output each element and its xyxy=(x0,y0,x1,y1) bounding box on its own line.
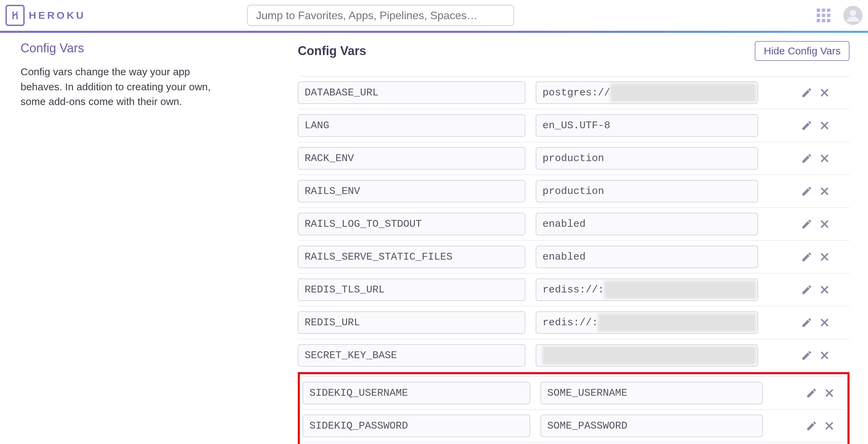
pencil-icon xyxy=(806,387,817,399)
pencil-icon xyxy=(801,350,813,361)
close-icon xyxy=(819,350,830,361)
config-var-key-input[interactable] xyxy=(303,382,530,404)
edit-config-var-button[interactable] xyxy=(804,386,819,401)
global-search-input[interactable] xyxy=(247,5,514,26)
close-icon xyxy=(819,185,830,197)
config-var-key-input[interactable] xyxy=(298,180,525,203)
pencil-icon xyxy=(801,251,813,263)
delete-config-var-button[interactable] xyxy=(822,418,837,433)
pencil-icon xyxy=(801,185,813,197)
config-var-value-input[interactable] xyxy=(536,180,758,203)
pencil-icon xyxy=(801,120,813,131)
config-var-value-input[interactable] xyxy=(536,246,758,268)
close-icon xyxy=(824,420,835,432)
config-var-key-input[interactable] xyxy=(298,311,525,334)
config-var-value-input[interactable] xyxy=(536,147,758,170)
close-icon xyxy=(824,387,835,399)
heroku-logo-icon xyxy=(5,5,25,26)
config-var-value-input[interactable] xyxy=(536,311,758,334)
pencil-icon xyxy=(801,317,813,328)
close-icon xyxy=(819,87,830,99)
config-vars-panel: Config Vars Hide Config Vars xyxy=(298,41,868,444)
pencil-icon xyxy=(806,420,817,432)
close-icon xyxy=(819,120,830,131)
brand-name: HEROKU xyxy=(29,10,86,21)
config-vars-sidebar: Config Vars Config vars change the way y… xyxy=(0,41,298,444)
config-var-value-input[interactable] xyxy=(536,344,758,367)
edit-config-var-button[interactable] xyxy=(799,217,814,232)
edit-config-var-button[interactable] xyxy=(799,348,814,363)
config-var-key-input[interactable] xyxy=(298,114,525,137)
app-switcher-icon[interactable] xyxy=(817,9,830,22)
config-var-row xyxy=(298,175,850,208)
pencil-icon xyxy=(801,284,813,296)
sidebar-description: Config vars change the way your app beha… xyxy=(21,64,212,109)
config-var-key-input[interactable] xyxy=(298,81,525,104)
user-avatar[interactable] xyxy=(843,6,863,25)
config-var-value-input[interactable] xyxy=(540,415,763,437)
config-vars-list xyxy=(298,76,850,444)
config-var-row xyxy=(298,208,850,241)
config-var-row xyxy=(303,410,845,443)
delete-config-var-button[interactable] xyxy=(817,151,832,166)
delete-config-var-button[interactable] xyxy=(817,249,832,264)
delete-config-var-button[interactable] xyxy=(817,85,832,100)
close-icon xyxy=(819,251,830,263)
delete-config-var-button[interactable] xyxy=(817,184,832,199)
app-header: HEROKU xyxy=(0,0,868,33)
config-var-value-input[interactable] xyxy=(536,213,758,235)
config-var-row xyxy=(298,109,850,142)
close-icon xyxy=(819,218,830,230)
config-var-value-input[interactable] xyxy=(536,278,758,301)
svg-point-0 xyxy=(850,10,856,16)
close-icon xyxy=(819,317,830,328)
delete-config-var-button[interactable] xyxy=(817,282,832,297)
brand[interactable]: HEROKU xyxy=(5,5,86,26)
edit-config-var-button[interactable] xyxy=(799,282,814,297)
delete-config-var-button[interactable] xyxy=(817,118,832,133)
edit-config-var-button[interactable] xyxy=(799,315,814,330)
config-var-row xyxy=(303,376,845,410)
edit-config-var-button[interactable] xyxy=(799,184,814,199)
config-var-key-input[interactable] xyxy=(303,415,530,437)
delete-config-var-button[interactable] xyxy=(822,386,837,401)
close-icon xyxy=(819,153,830,164)
delete-config-var-button[interactable] xyxy=(817,348,832,363)
delete-config-var-button[interactable] xyxy=(817,315,832,330)
hide-config-vars-button[interactable]: Hide Config Vars xyxy=(755,41,850,61)
edit-config-var-button[interactable] xyxy=(804,418,819,433)
config-var-value-input[interactable] xyxy=(536,114,758,137)
config-var-key-input[interactable] xyxy=(298,344,525,367)
config-var-key-input[interactable] xyxy=(298,213,525,235)
config-var-row xyxy=(298,76,850,109)
config-var-row xyxy=(298,274,850,306)
highlighted-config-vars xyxy=(298,372,850,444)
sidebar-title: Config Vars xyxy=(21,41,267,55)
config-var-row xyxy=(298,339,850,372)
config-var-key-input[interactable] xyxy=(298,246,525,268)
edit-config-var-button[interactable] xyxy=(799,249,814,264)
config-var-row xyxy=(298,306,850,339)
delete-config-var-button[interactable] xyxy=(817,217,832,232)
config-var-value-input[interactable] xyxy=(536,81,758,104)
edit-config-var-button[interactable] xyxy=(799,118,814,133)
config-var-row xyxy=(298,241,850,274)
config-var-value-input[interactable] xyxy=(540,382,763,404)
pencil-icon xyxy=(801,153,813,164)
config-var-row xyxy=(298,142,850,175)
close-icon xyxy=(819,284,830,296)
pencil-icon xyxy=(801,87,813,99)
config-var-key-input[interactable] xyxy=(298,278,525,301)
config-var-key-input[interactable] xyxy=(298,147,525,170)
edit-config-var-button[interactable] xyxy=(799,151,814,166)
config-vars-title: Config Vars xyxy=(298,44,366,58)
pencil-icon xyxy=(801,218,813,230)
edit-config-var-button[interactable] xyxy=(799,85,814,100)
